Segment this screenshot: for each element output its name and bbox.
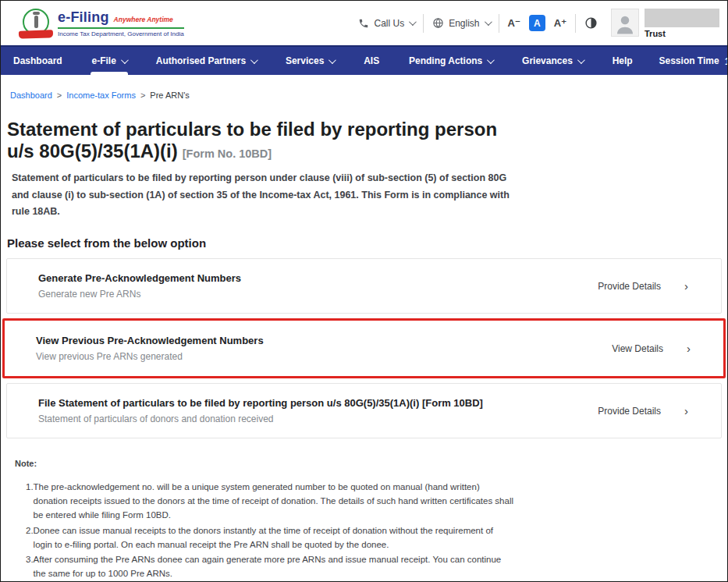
page-title-line1: Statement of particulars to be filed by … — [7, 119, 497, 140]
call-us-label: Call Us — [374, 18, 404, 29]
card-subtitle: View previous Pre ARNs generated — [36, 351, 264, 362]
note-item: 2. Donee can issue manual receipts to th… — [26, 524, 513, 552]
font-default-button[interactable]: A — [529, 15, 545, 31]
language-label: English — [449, 18, 479, 29]
chevron-right-icon: › — [684, 279, 688, 293]
brand-row: e-Filing Anywhere Anytime — [58, 9, 184, 29]
nav-item-dashboard[interactable]: Dashboard — [10, 46, 66, 76]
user-role-label: Trust — [645, 29, 719, 38]
action-label: Provide Details — [598, 406, 661, 417]
provide-details-link[interactable]: Provide Details › — [598, 279, 688, 293]
note-number: 3. — [26, 553, 34, 581]
breadcrumb-separator: > — [140, 90, 145, 100]
user-meta: Trust — [645, 9, 719, 38]
provide-details-link[interactable]: Provide Details › — [598, 404, 688, 417]
font-decrease-button[interactable]: A⁻ — [508, 17, 520, 29]
page-title: Statement of particulars to be filed by … — [7, 119, 727, 163]
call-us-menu[interactable]: Call Us — [358, 18, 414, 29]
note-list: 1. The pre-acknowledgement no. will be a… — [26, 481, 513, 582]
nav-item-authorised-partners[interactable]: Authorised Partners — [153, 46, 259, 76]
chevron-down-icon — [577, 56, 585, 64]
nav-label: Help — [613, 55, 633, 66]
card-text: File Statement of particulars to be file… — [38, 397, 483, 424]
card-text: View Previous Pre-Acknowledgement Number… — [36, 335, 264, 362]
contrast-toggle-icon[interactable] — [584, 16, 598, 30]
option-card-view-previous-pre-arn[interactable]: View Previous Pre-Acknowledgement Number… — [2, 318, 726, 378]
phone-icon — [358, 18, 369, 29]
chevron-down-icon — [487, 56, 495, 64]
page-title-line2: u/s 80G(5)/35(1A)(i) — [7, 140, 178, 161]
card-text: Generate Pre-Acknowledgement Numbers Gen… — [38, 272, 241, 300]
note-text: After consuming the Pre ARNs donee can a… — [34, 553, 513, 581]
chevron-down-icon — [484, 18, 492, 26]
session-timer: Session Time 1 — [659, 55, 728, 67]
main-content: Dashboard > Income-tax Forms > Pre ARN's… — [1, 90, 727, 582]
brand-name: e-Filing — [58, 9, 109, 26]
note-item: 3. After consuming the Pre ARNs donee ca… — [26, 553, 513, 581]
nav-label: Grievances — [522, 55, 573, 66]
avatar — [611, 9, 639, 37]
header-actions: Call Us English A⁻ A A⁺ — [358, 9, 719, 38]
breadcrumb-income-tax-forms[interactable]: Income-tax Forms — [66, 90, 136, 100]
card-subtitle: Generate new Pre ARNs — [38, 289, 241, 300]
nav-item-ais[interactable]: AIS — [360, 46, 382, 76]
option-card-file-form-10bd[interactable]: File Statement of particulars to be file… — [6, 383, 722, 438]
nav-label: e-File — [92, 55, 116, 66]
card-title: File Statement of particulars to be file… — [38, 397, 483, 409]
brand-text: e-Filing Anywhere Anytime Income Tax Dep… — [58, 9, 184, 37]
breadcrumb-dashboard[interactable]: Dashboard — [10, 90, 52, 100]
nav-item-grievances[interactable]: Grievances — [519, 46, 586, 76]
action-label: View Details — [612, 343, 663, 354]
user-name-redacted — [645, 9, 719, 27]
breadcrumb: Dashboard > Income-tax Forms > Pre ARN's — [10, 90, 727, 100]
nav-label: Services — [286, 55, 324, 66]
view-details-link[interactable]: View Details › — [612, 342, 691, 355]
top-header: e-Filing Anywhere Anytime Income Tax Dep… — [1, 1, 727, 45]
session-time-value: 1 — [725, 55, 728, 67]
session-time-label: Session Time — [659, 55, 719, 66]
globe-icon — [432, 17, 444, 29]
income-tax-emblem-icon — [21, 9, 51, 38]
nav-label: Dashboard — [13, 55, 62, 66]
nav-item-services[interactable]: Services — [282, 46, 337, 76]
header-divider — [575, 14, 576, 33]
language-menu[interactable]: English — [432, 17, 489, 29]
person-icon — [613, 12, 637, 36]
nav-label: Authorised Partners — [156, 55, 246, 66]
nav-item-help[interactable]: Help — [609, 46, 636, 76]
header-divider — [423, 14, 424, 33]
note-number: 1. — [26, 481, 34, 522]
nav-item-pending-actions[interactable]: Pending Actions — [406, 46, 495, 76]
action-label: Provide Details — [598, 281, 661, 292]
chevron-right-icon: › — [684, 404, 688, 417]
note-item: 1. The pre-acknowledgement no. will be a… — [26, 481, 513, 522]
main-navbar: Dashboard e-File Authorised Partners Ser… — [1, 45, 727, 75]
note-heading: Note: — [15, 459, 727, 468]
nav-label: Pending Actions — [409, 55, 482, 66]
efiling-portal-page: e-Filing Anywhere Anytime Income Tax Dep… — [0, 0, 728, 582]
font-increase-button[interactable]: A⁺ — [554, 17, 566, 29]
brand-tagline: Anywhere Anytime — [114, 16, 173, 23]
chevron-down-icon — [121, 56, 129, 64]
header-divider — [499, 14, 499, 33]
select-option-heading: Please select from the below option — [7, 236, 727, 250]
form-number-tag: [Form No. 10BD] — [183, 147, 272, 160]
chevron-down-icon — [409, 18, 417, 26]
efiling-logo[interactable]: e-Filing Anywhere Anytime Income Tax Dep… — [21, 9, 184, 38]
card-title: Generate Pre-Acknowledgement Numbers — [38, 272, 241, 284]
user-profile[interactable]: Trust — [611, 9, 719, 38]
nav-item-e-file[interactable]: e-File — [89, 46, 130, 76]
card-subtitle: Statement of particulars of donors and d… — [38, 413, 483, 424]
chevron-right-icon: › — [687, 342, 691, 355]
note-text: The pre-acknowledgement no. will be a un… — [34, 481, 513, 522]
emblem-ribbon — [19, 30, 53, 39]
option-card-generate-pre-arn[interactable]: Generate Pre-Acknowledgement Numbers Gen… — [6, 258, 722, 314]
note-text: Donee can issue manual receipts to the d… — [34, 524, 513, 552]
ashoka-pillar-icon — [34, 16, 38, 28]
breadcrumb-separator: > — [57, 90, 62, 100]
brand-org: Income Tax Department, Government of Ind… — [58, 30, 184, 37]
breadcrumb-pre-arns: Pre ARN's — [150, 90, 189, 100]
nav-label: AIS — [364, 55, 379, 66]
card-title: View Previous Pre-Acknowledgement Number… — [36, 335, 264, 346]
chevron-down-icon — [328, 56, 336, 64]
